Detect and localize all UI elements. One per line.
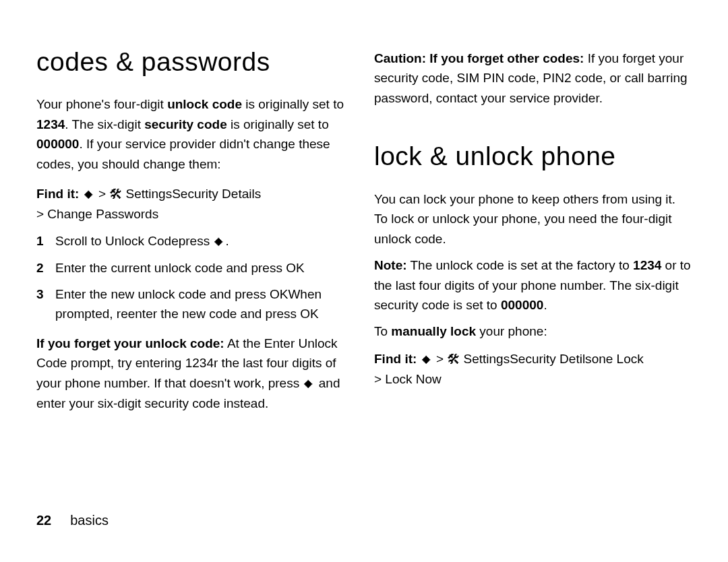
page-number: 22 [36,513,51,528]
manual-lock-lead: To manually lock your phone: [374,321,692,341]
find-it-line-1: Find it: ⯁ > 🛠 SettingsSecurity Details … [36,183,354,224]
steps-list: Scroll to Unlock Codepress ⯁. Enter the … [36,231,354,324]
lock-intro: You can lock your phone to keep others f… [374,189,692,249]
center-key-icon: ⯁ [421,353,433,367]
settings-icon: 🛠 [447,352,460,367]
forgot-unlock-paragraph: If you forget your unlock code: At the E… [36,334,354,413]
step-3: Enter the new unlock code and press OKWh… [36,284,354,324]
section-name: basics [70,513,109,528]
page-footer: 22basics [36,513,109,528]
step-1: Scroll to Unlock Codepress ⯁. [36,231,354,251]
center-key-icon: ⯁ [213,235,225,249]
settings-icon: 🛠 [109,187,122,201]
step-2: Enter the current unlock code and press … [36,258,354,278]
intro-paragraph: Your phone's four-digit unlock code is o… [36,94,354,174]
right-column: Caution: If you forget other codes: If y… [374,42,692,535]
note-paragraph: Note: The unlock code is set at the fact… [374,255,692,315]
left-column: codes & passwords Your phone's four-digi… [36,42,354,535]
heading-lock-unlock: lock & unlock phone [374,136,692,177]
heading-codes-passwords: codes & passwords [36,42,354,82]
caution-paragraph: Caution: If you forget other codes: If y… [374,49,692,108]
center-key-icon: ⯁ [83,188,95,201]
find-it-line-2: Find it: ⯁ > 🛠 SettingsSecurity Detilson… [374,348,692,389]
center-key-icon: ⯁ [303,377,315,391]
